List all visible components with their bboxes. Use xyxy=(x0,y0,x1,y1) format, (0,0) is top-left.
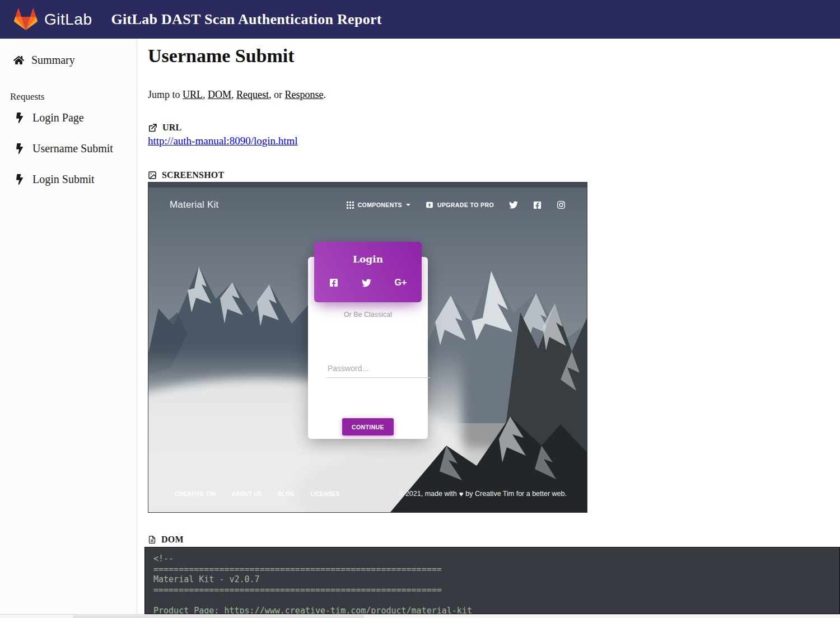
gitlab-logo-text: GitLab xyxy=(44,11,92,29)
sidebar-item-label: Login Page xyxy=(32,111,84,124)
shot-components-menu: COMPONENTS xyxy=(347,202,410,209)
shot-upgrade-link: UPGRADE TO PRO xyxy=(426,201,494,209)
bolt-icon xyxy=(16,143,23,154)
shot-footer: CREATIVE TIM ABOUT US BLOG LICENSES © 20… xyxy=(148,480,587,512)
sidebar-summary-label: Summary xyxy=(31,54,75,67)
chevron-down-icon xyxy=(406,204,410,206)
bolt-icon xyxy=(16,113,23,123)
facebook-icon xyxy=(329,278,338,287)
jump-link-request[interactable]: Request xyxy=(236,89,269,100)
shot-copyright: © 2021, made with ♥ by Creative Tim for … xyxy=(398,490,567,498)
scrollbar-thumb[interactable] xyxy=(73,615,364,618)
image-icon xyxy=(148,171,157,180)
document-icon xyxy=(148,535,156,544)
sidebar-item-login-submit[interactable]: Login Submit xyxy=(16,173,95,186)
jump-prefix: Jump to xyxy=(148,89,183,100)
horizontal-scrollbar[interactable] xyxy=(0,614,840,618)
shot-footer-link: ABOUT US xyxy=(231,491,262,497)
jump-link-response[interactable]: Response xyxy=(285,89,324,100)
home-icon xyxy=(13,55,24,65)
twitter-icon xyxy=(509,200,518,209)
sidebar-item-login-page[interactable]: Login Page xyxy=(16,111,84,124)
sidebar-item-label: Login Submit xyxy=(32,173,95,186)
target-url-link[interactable]: http://auth-manual:8090/login.html xyxy=(148,135,298,147)
shot-footer-link: LICENSES xyxy=(310,491,339,497)
sidebar-requests-label: Requests xyxy=(10,91,44,102)
grid-icon xyxy=(347,202,354,209)
twitter-icon xyxy=(362,278,371,288)
shot-brand: Material Kit xyxy=(170,199,218,210)
external-link-icon xyxy=(148,123,157,133)
sidebar-item-label: Username Submit xyxy=(32,142,113,155)
password-input xyxy=(326,362,430,378)
screenshot-section-label: SCREENSHOT xyxy=(148,170,224,180)
shot-login-social-buttons: G+ xyxy=(314,278,422,288)
bolt-icon xyxy=(16,174,23,185)
sidebar-item-summary[interactable]: Summary xyxy=(13,54,75,67)
shot-password-row xyxy=(320,362,419,378)
shot-navbar: Material Kit COMPONENTS UPGRADE TO PRO xyxy=(148,182,587,227)
sidebar-item-username-submit[interactable]: Username Submit xyxy=(16,142,113,155)
app-header: GitLab GitLab DAST Scan Authentication R… xyxy=(0,0,840,39)
shot-navbar-right: COMPONENTS UPGRADE TO PRO xyxy=(347,200,566,209)
instagram-icon xyxy=(557,200,566,209)
facebook-icon xyxy=(533,201,542,209)
dom-code-block[interactable]: <!-- ===================================… xyxy=(144,547,840,614)
shot-login-title: Login xyxy=(314,254,422,265)
jump-link-dom[interactable]: DOM xyxy=(208,89,231,100)
report-title: GitLab DAST Scan Authentication Report xyxy=(111,11,382,28)
jump-link-url[interactable]: URL xyxy=(183,89,203,100)
google-plus-icon: G+ xyxy=(395,278,407,288)
shot-login-header-card: Login G+ xyxy=(314,242,422,302)
jump-links-line: Jump to URL, DOM, Request, or Response. xyxy=(148,89,326,101)
page-title: Username Submit xyxy=(148,45,295,67)
gitlab-tanuki-icon xyxy=(14,8,38,30)
url-section-label: URL xyxy=(148,123,181,133)
sidebar: Summary Requests Login Page Username Sub… xyxy=(0,39,137,614)
shot-continue-button: CONTINUE xyxy=(342,418,394,436)
shot-footer-link: CREATIVE TIM xyxy=(175,491,216,497)
dast-screenshot-image: Material Kit COMPONENTS UPGRADE TO PRO O… xyxy=(148,182,587,513)
heart-icon: ♥ xyxy=(459,490,464,498)
shot-login-divider-text: Or Be Classical xyxy=(308,311,428,319)
unarchive-icon xyxy=(426,201,433,209)
shot-footer-link: BLOG xyxy=(278,491,295,497)
dom-section-label: DOM xyxy=(148,535,184,545)
shot-footer-links: CREATIVE TIM ABOUT US BLOG LICENSES xyxy=(175,491,340,497)
main-content: Username Submit Jump to URL, DOM, Reques… xyxy=(148,39,840,618)
